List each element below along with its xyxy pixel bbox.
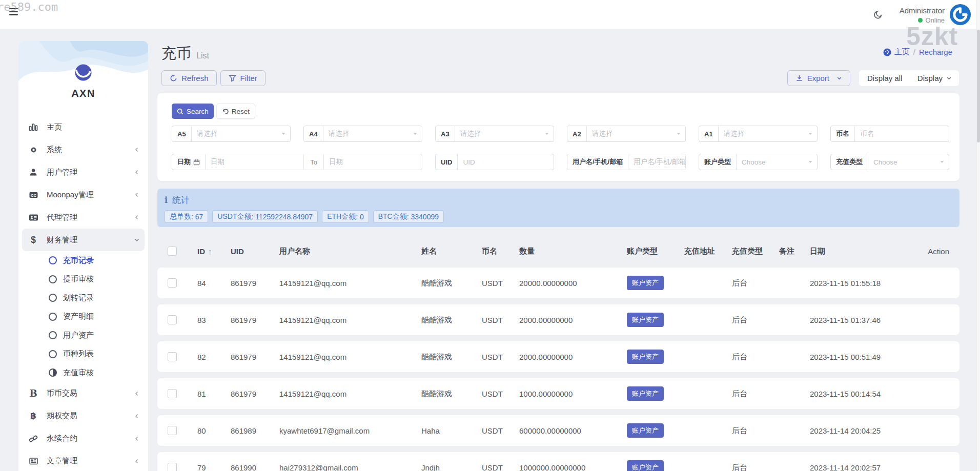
sidebar-item-7[interactable]: B币币交易 <box>18 382 148 405</box>
sidebar-subitem-提币审核[interactable]: 提币审核 <box>18 270 148 289</box>
filter-充值类型[interactable]: 充值类型Choose <box>830 154 949 170</box>
filter-A3[interactable]: A3请选择 <box>435 126 554 142</box>
filter-币名[interactable]: 币名币名 <box>830 126 949 142</box>
account-type-badge: 账户资产 <box>627 386 664 401</box>
refresh-button[interactable]: Refresh <box>161 70 217 86</box>
breadcrumb-home[interactable]: 主页 <box>883 47 910 57</box>
display-all-button[interactable]: Display all <box>867 74 902 83</box>
row-checkbox[interactable] <box>168 389 177 398</box>
sidebar-item-1[interactable]: 主页 <box>18 116 148 138</box>
row-checkbox[interactable] <box>168 463 177 471</box>
cell-account-type: 账户资产 <box>627 423 684 438</box>
news-icon <box>28 456 38 466</box>
sidebar-item-label: 用户管理 <box>47 168 77 177</box>
dark-mode-moon-icon[interactable] <box>873 10 883 20</box>
sidebar-item-8[interactable]: ฿期权交易 <box>18 405 148 427</box>
row-checkbox[interactable] <box>168 352 177 361</box>
cell-amount: 2000.00000000 <box>519 316 627 324</box>
cell-amount: 20000.00000000 <box>519 279 627 288</box>
search-button[interactable]: Search <box>172 104 214 119</box>
date-from-input[interactable]: 日期 <box>206 154 303 170</box>
cell-id: 82 <box>197 353 231 361</box>
filter-UID[interactable]: UIDUID <box>435 154 554 170</box>
export-button[interactable]: Export <box>787 70 850 86</box>
col-recharge-type: 充值类型 <box>732 247 779 256</box>
caret-down-icon <box>672 126 685 141</box>
date-to-input[interactable]: 日期 <box>324 154 422 170</box>
cell-id: 79 <box>197 463 231 471</box>
watermark-right: 5zkt <box>906 22 958 51</box>
col-account-type: 账户类型 <box>627 247 684 256</box>
chevron-down-icon <box>836 75 842 81</box>
user-name: Administrator <box>900 6 945 15</box>
bar-chart-icon <box>28 122 38 132</box>
sidebar-item-6[interactable]: $财务管理 <box>22 229 145 251</box>
sidebar-item-10[interactable]: 文章管理 <box>18 450 148 471</box>
sidebar-subitem-资产明细[interactable]: 资产明细 <box>18 308 148 326</box>
filter-label: 币名 <box>831 126 855 141</box>
sidebar-subitem-用户资产[interactable]: 用户资产 <box>18 326 148 345</box>
cell-coin: USDT <box>482 316 519 324</box>
cell-username: 14159121@qq.com <box>279 353 421 361</box>
cell-date: 2023-11-14 20:04:25 <box>810 426 924 435</box>
filter-label: A2 <box>567 126 587 141</box>
cell-name: 酷酷游戏 <box>421 315 482 325</box>
filter-A4[interactable]: A4请选择 <box>303 126 422 142</box>
sidebar-subitem-label: 划转记录 <box>63 293 94 303</box>
sidebar-item-4[interactable]: CCMoonpay管理 <box>18 183 148 206</box>
filter-button[interactable]: Filter <box>220 70 266 86</box>
chevron-left-icon <box>134 169 140 175</box>
calendar-icon <box>193 159 200 166</box>
filter-账户类型[interactable]: 账户类型Choose <box>699 154 818 170</box>
col-id[interactable]: ID↑ <box>197 247 231 256</box>
sidebar-item-3[interactable]: 用户管理 <box>18 161 148 183</box>
select-all-checkbox[interactable] <box>168 247 177 256</box>
filter-A5[interactable]: A5请选择 <box>172 126 291 142</box>
filter-用户名/手机/邮箱[interactable]: 用户名/手机/邮箱用户名/手机/邮箱 <box>567 154 686 170</box>
sidebar-item-label: 永续合约 <box>47 434 77 443</box>
sidebar-subitem-币种列表[interactable]: 币种列表 <box>18 345 148 364</box>
sidebar-subitem-label: 资产明细 <box>63 312 94 321</box>
col-date: 日期 <box>810 247 924 256</box>
sidebar-subitem-划转记录[interactable]: 划转记录 <box>18 289 148 308</box>
col-action: Action <box>924 247 949 256</box>
sidebar-item-9[interactable]: 永续合约 <box>18 427 148 450</box>
row-checkbox[interactable] <box>168 426 177 435</box>
sidebar-subitem-label: 币种列表 <box>63 349 94 359</box>
filter-A1[interactable]: A1请选择 <box>699 126 818 142</box>
scrollbar-thumb[interactable] <box>977 30 980 142</box>
account-type-badge: 账户资产 <box>627 313 664 327</box>
cell-name: 酷酷游戏 <box>421 278 482 288</box>
display-button[interactable]: Display <box>917 74 952 83</box>
sidebar-item-2[interactable]: 系统 <box>18 138 148 161</box>
reset-button[interactable]: Reset <box>216 104 255 119</box>
cell-coin: USDT <box>482 390 519 398</box>
cell-date: 2023-11-15 01:55:18 <box>810 279 924 288</box>
link-icon <box>28 434 38 444</box>
row-checkbox[interactable] <box>168 315 177 324</box>
sidebar-subitem-充值审核[interactable]: 充值审核 <box>18 363 148 382</box>
sidebar-subitem-label: 用户资产 <box>63 331 94 340</box>
filter-label: 用户名/手机/邮箱 <box>567 154 628 170</box>
filter-date-range[interactable]: 日期日期To日期 <box>172 154 422 170</box>
caret-down-icon <box>277 126 290 141</box>
sidebar-subitem-充币记录[interactable]: 充币记录 <box>18 251 148 270</box>
cell-account-type: 账户资产 <box>627 460 684 471</box>
sidebar-item-5[interactable]: 代理管理 <box>18 206 148 229</box>
filter-value: 用户名/手机/邮箱 <box>628 154 685 170</box>
filter-icon <box>229 74 236 82</box>
sidebar-logo[interactable]: AXN <box>18 64 148 99</box>
row-checkbox[interactable] <box>168 278 177 288</box>
cell-uid: 861979 <box>231 390 279 398</box>
refresh-icon <box>170 74 177 82</box>
page-scrollbar[interactable] <box>976 0 980 471</box>
chevron-left-icon <box>134 192 140 198</box>
cell-recharge-type: 后台 <box>732 426 779 436</box>
stat-label: USDT金额 <box>217 212 251 221</box>
table-row: 8386197914159121@qq.com酷酷游戏USDT2000.0000… <box>157 304 959 335</box>
cell-date: 2023-11-15 01:37:46 <box>810 316 924 324</box>
chevron-left-icon <box>134 147 140 153</box>
circle-icon <box>49 350 57 358</box>
stat-label: BTC金额 <box>378 212 407 221</box>
filter-A2[interactable]: A2请选择 <box>567 126 686 142</box>
